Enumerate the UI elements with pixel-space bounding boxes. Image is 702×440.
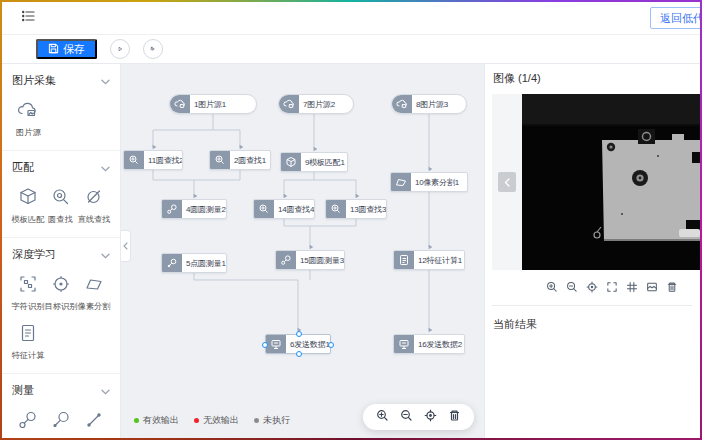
run-loop-button[interactable] — [143, 39, 163, 59]
delete-icon[interactable] — [448, 408, 461, 426]
valid-output-dot — [134, 418, 139, 423]
chevron-down-icon[interactable] — [101, 249, 110, 261]
flow-node-circle-find-13[interactable]: 13圆查找3 — [325, 199, 387, 219]
feature-doc-icon — [394, 251, 414, 269]
top-bar: 返回低代 — [2, 2, 700, 35]
circle-search-icon — [326, 200, 346, 218]
grid-icon[interactable] — [626, 279, 638, 297]
flow-node-circle-find-14[interactable]: 14圆查找4 — [253, 199, 315, 219]
image-viewer — [492, 94, 700, 270]
flow-node-feature-calc-12[interactable]: 12特征计算1 — [393, 250, 465, 270]
delete-icon[interactable] — [666, 279, 678, 297]
flow-node-point-circle-measure-5[interactable]: 5点圆测量1 — [161, 253, 227, 273]
cube-icon — [281, 153, 301, 171]
section-measure: 测量 圆圆测量 点圆测量 点点测量 — [2, 374, 120, 438]
inspection-image[interactable] — [522, 94, 700, 270]
image-panel: 图像 (1/4) — [485, 64, 700, 438]
flow-node-send-data-6[interactable]: 6发送数据1 — [265, 334, 331, 354]
circle-search-icon — [50, 186, 72, 210]
zoom-in-icon[interactable] — [376, 408, 389, 426]
circle-circle-measure-icon — [17, 409, 39, 433]
node-handle-left[interactable] — [262, 342, 268, 348]
flow-canvas[interactable]: 1图片源1 7图片源2 8图片源3 11圆查找2 2圆查找1 9模板匹配1 — [121, 64, 485, 438]
sidebar-item-circle-find[interactable]: 圆查找 — [45, 186, 78, 226]
node-handle-top[interactable] — [296, 331, 302, 337]
image-source-icon — [279, 95, 299, 113]
send-data-icon — [394, 335, 414, 353]
ocr-icon — [17, 273, 39, 297]
circle-circle-measure-icon — [162, 200, 182, 218]
screenshot-frame: 返回低代 保存 图片采集 图片源 — [0, 0, 702, 440]
tool-sidebar: 图片采集 图片源 匹配 模板匹配 圆查找 — [2, 64, 121, 438]
image-panel-title: 图像 (1/4) — [493, 71, 700, 86]
app-window: 返回低代 保存 图片采集 图片源 — [2, 2, 700, 438]
sidebar-item-pixel-segment[interactable]: 像素分割 — [77, 273, 110, 313]
sidebar-item-line-find[interactable]: 直线查找 — [77, 186, 110, 226]
zoom-out-icon[interactable] — [566, 279, 578, 297]
chevron-down-icon[interactable] — [101, 75, 110, 87]
fullscreen-icon[interactable] — [606, 279, 618, 297]
circle-search-icon — [210, 151, 230, 169]
canvas-zoom-controls — [363, 404, 474, 430]
locate-icon[interactable] — [586, 279, 598, 297]
section-deep-learning: 深度学习 字符识别 目标识别 像素分割 — [2, 238, 120, 374]
prev-image-button[interactable] — [498, 172, 516, 192]
line-search-icon — [83, 186, 105, 210]
send-data-icon — [266, 335, 286, 353]
chevron-down-icon[interactable] — [101, 162, 110, 174]
cloud-image-icon — [16, 99, 40, 123]
image-toolbar — [492, 270, 692, 306]
flow-node-send-data-16[interactable]: 16发送数据2 — [393, 334, 465, 354]
section-image-acquisition: 图片采集 图片源 — [2, 64, 120, 151]
point-circle-measure-icon — [50, 409, 72, 433]
target-icon — [50, 273, 72, 297]
cube-icon — [17, 186, 39, 210]
flow-node-circle-find-2[interactable]: 2圆查找1 — [209, 150, 271, 170]
node-handle-right[interactable] — [328, 342, 334, 348]
flow-node-circle-find-11[interactable]: 11圆查找2 — [123, 150, 183, 170]
segment-icon — [391, 173, 411, 191]
zoom-out-icon[interactable] — [400, 408, 413, 426]
output-legend: 有效输出 无效输出 未执行 — [134, 414, 290, 427]
save-icon — [48, 43, 59, 56]
save-image-icon[interactable] — [646, 279, 658, 297]
sidebar-item-point-point-measure[interactable]: 点点测量 — [77, 409, 110, 438]
sidebar-item-target-detect[interactable]: 目标识别 — [45, 273, 78, 313]
action-toolbar: 保存 — [2, 35, 700, 64]
back-to-lowcode-button[interactable]: 返回低代 — [650, 7, 700, 29]
flow-node-image-source-8[interactable]: 8图片源3 — [391, 94, 467, 114]
current-results-title: 当前结果 — [493, 317, 700, 332]
not-run-dot — [254, 418, 259, 423]
sidebar-item-circle-circle-measure[interactable]: 圆圆测量 — [12, 409, 45, 438]
flow-node-image-source-7[interactable]: 7图片源2 — [278, 94, 354, 114]
zoom-in-icon[interactable] — [546, 279, 558, 297]
section-matching: 匹配 模板匹配 圆查找 直线查找 — [2, 151, 120, 238]
circle-search-icon — [124, 151, 144, 169]
sidebar-item-point-circle-measure[interactable]: 点圆测量 — [45, 409, 78, 438]
sidebar-item-image-source[interactable]: 图片源 — [12, 99, 45, 139]
flow-node-image-source-1[interactable]: 1图片源1 — [169, 94, 257, 114]
flow-node-circle-circle-measure-4[interactable]: 4圆圆测量2 — [161, 199, 227, 219]
image-source-icon — [392, 95, 412, 113]
save-button[interactable]: 保存 — [36, 39, 97, 59]
run-once-button[interactable] — [110, 39, 130, 59]
sidebar-item-feature-calc[interactable]: 特征计算 — [12, 322, 45, 362]
segment-icon — [83, 273, 105, 297]
feature-doc-icon — [17, 322, 39, 346]
chevron-down-icon[interactable] — [101, 385, 110, 397]
circle-search-icon — [254, 200, 274, 218]
image-thumb-strip — [492, 94, 522, 270]
flow-node-pixel-segment-10[interactable]: 10像素分割1 — [390, 172, 468, 192]
menu-icon[interactable] — [20, 8, 36, 28]
sidebar-item-ocr[interactable]: 字符识别 — [12, 273, 45, 313]
point-point-measure-icon — [83, 409, 105, 433]
flow-node-template-match-9[interactable]: 9模板匹配1 — [280, 152, 348, 172]
circle-circle-measure-icon — [276, 251, 296, 269]
image-source-icon — [170, 95, 190, 113]
point-circle-measure-icon — [162, 254, 182, 272]
locate-icon[interactable] — [424, 408, 437, 426]
flow-node-circle-circle-measure-15[interactable]: 15圆圆测量3 — [275, 250, 345, 270]
sidebar-collapse-handle[interactable] — [121, 230, 131, 262]
node-handle-bottom[interactable] — [296, 351, 302, 357]
sidebar-item-template-match[interactable]: 模板匹配 — [12, 186, 45, 226]
